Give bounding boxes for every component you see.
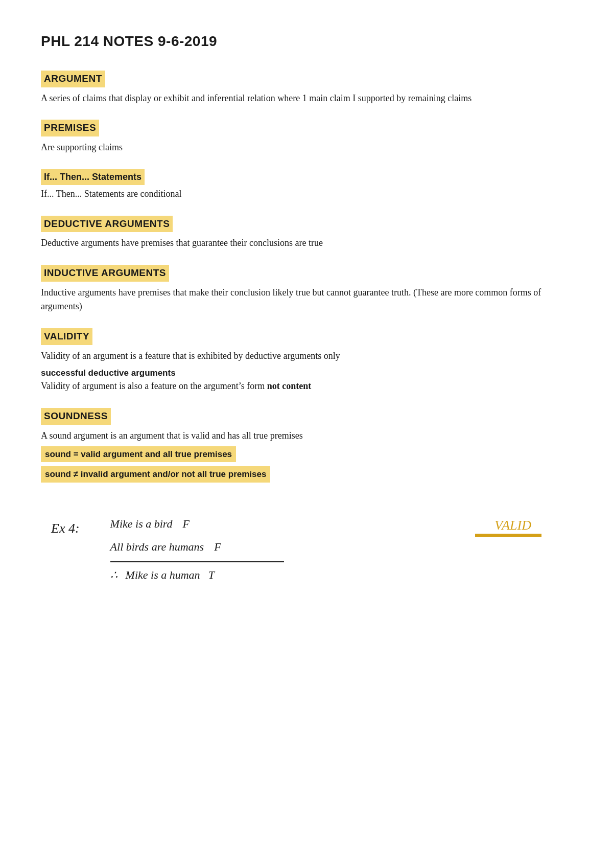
validity-bold-line: successful deductive arguments — [41, 367, 572, 380]
premise-2-truth: F — [214, 538, 221, 555]
section-if-then: If... Then... Statements If... Then... S… — [41, 169, 572, 201]
heading-deductive: DEDUCTIVE ARGUMENTS — [41, 216, 173, 233]
soundness-description: A sound argument is an argument that is … — [41, 429, 572, 443]
heading-premises: PREMISES — [41, 120, 99, 136]
valid-label: VALID — [494, 515, 531, 535]
section-soundness: SOUNDNESS A sound argument is an argumen… — [41, 408, 572, 484]
section-premises: PREMISES Are supporting claims — [41, 120, 572, 154]
example-content: VALID Mike is a bird F All birds are hum… — [110, 515, 572, 583]
validity-extra: Validity of argument is also a feature o… — [41, 379, 572, 394]
conclusion-text: Mike is a human — [126, 566, 200, 583]
example-label: Ex 4: — [51, 518, 80, 538]
if-then-description: If... Then... Statements are conditional — [41, 187, 572, 201]
section-validity: VALIDITY Validity of an argument is a fe… — [41, 328, 572, 394]
heading-inductive: INDUCTIVE ARGUMENTS — [41, 265, 169, 282]
soundness-highlight-2: sound ≠ invalid argument and/or not all … — [41, 466, 270, 483]
heading-soundness: SOUNDNESS — [41, 408, 111, 425]
premise-2-text: All birds are humans — [110, 538, 204, 555]
section-deductive: DEDUCTIVE ARGUMENTS Deductive arguments … — [41, 216, 572, 250]
premise-separator — [110, 561, 284, 562]
conclusion-truth: T — [208, 566, 215, 583]
heading-if-then: If... Then... Statements — [41, 169, 145, 185]
heading-validity: VALIDITY — [41, 328, 92, 345]
premise-1-truth: F — [183, 515, 190, 532]
example-section: Ex 4: VALID Mike is a bird F All birds a… — [41, 505, 572, 593]
validity-extra-text: Validity of argument is also a feature o… — [41, 381, 267, 391]
soundness-highlight-1: sound = valid argument and all true prem… — [41, 446, 236, 463]
conclusion-line: ∴ Mike is a human T — [110, 566, 572, 583]
premise-1-text: Mike is a bird — [110, 515, 173, 532]
inductive-description: Inductive arguments have premises that m… — [41, 286, 572, 314]
section-argument: ARGUMENT A series of claims that display… — [41, 71, 572, 105]
page-title: PHL 214 NOTES 9-6-2019 — [41, 31, 572, 52]
valid-underline — [475, 534, 541, 537]
argument-description: A series of claims that display or exhib… — [41, 92, 572, 106]
section-inductive: INDUCTIVE ARGUMENTS Inductive arguments … — [41, 265, 572, 314]
validity-not-content: not content — [267, 381, 312, 391]
therefore-symbol: ∴ — [110, 566, 117, 583]
premises-description: Are supporting claims — [41, 141, 572, 155]
premise-2-line: All birds are humans F — [110, 538, 572, 555]
heading-argument: ARGUMENT — [41, 71, 105, 87]
validity-description: Validity of an argument is a feature tha… — [41, 349, 572, 363]
deductive-description: Deductive arguments have premises that g… — [41, 236, 572, 250]
